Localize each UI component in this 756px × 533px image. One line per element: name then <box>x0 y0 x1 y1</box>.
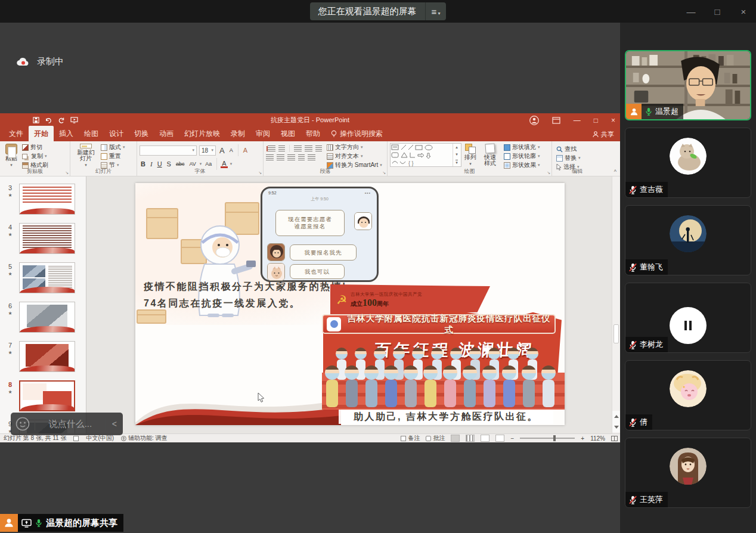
redo-icon[interactable] <box>58 117 65 123</box>
start-slideshow-icon[interactable] <box>70 117 78 123</box>
slide-thumbnail-6[interactable]: 6★ <box>5 302 86 333</box>
slide-thumbnail-8-selected[interactable]: 8★ <box>5 380 86 411</box>
slideshow-view-button[interactable] <box>495 435 504 442</box>
slide-thumbnail-5[interactable]: 5★ <box>5 262 86 293</box>
slide-thumbnail-7[interactable]: 7★ <box>5 341 86 372</box>
save-icon[interactable] <box>33 117 39 123</box>
maximize-button[interactable]: □ <box>712 7 723 17</box>
tab-file[interactable]: 文件 <box>4 126 29 141</box>
bold-button[interactable]: B <box>140 160 147 168</box>
align-left-icon[interactable] <box>266 154 274 161</box>
tab-design[interactable]: 设计 <box>104 126 129 141</box>
shapes-gallery[interactable]: { } ▴ ▾ ▾ <box>390 143 461 167</box>
zoom-in-button[interactable]: + <box>581 435 584 442</box>
increase-indent-icon[interactable] <box>305 145 312 152</box>
tab-review[interactable]: 审阅 <box>250 126 275 141</box>
slide-thumbnail-panel[interactable]: 3★ 4★ 5★ 6★ <box>0 176 86 433</box>
chat-input-placeholder[interactable]: 说点什么... <box>35 419 106 430</box>
chat-input-overlay[interactable]: 说点什么... < <box>11 413 123 435</box>
align-right-icon[interactable] <box>287 154 295 161</box>
zoom-out-button[interactable]: − <box>510 435 514 442</box>
tab-home[interactable]: 开始 <box>29 126 54 141</box>
slide-sorter-view-button[interactable] <box>466 435 475 442</box>
screen-share-badge[interactable]: 温景超的屏幕共享 <box>0 514 123 532</box>
spellcheck-icon[interactable] <box>73 436 79 441</box>
paragraph-dialog-launcher[interactable]: ↘ <box>382 171 386 175</box>
line-spacing-icon[interactable] <box>315 145 322 152</box>
find-button[interactable]: 查找 <box>556 145 581 153</box>
paste-button[interactable]: 粘贴 ▾ <box>2 143 20 168</box>
change-case-button[interactable]: Aa <box>204 161 213 167</box>
tab-help[interactable]: 帮助 <box>300 126 326 141</box>
tab-transitions[interactable]: 切换 <box>129 126 154 141</box>
shapes-gallery-scroll[interactable]: ▴ ▾ ▾ <box>453 144 460 166</box>
undo-icon[interactable] <box>45 117 52 123</box>
numbering-icon[interactable] <box>278 145 285 152</box>
vertical-scrollbar[interactable] <box>612 176 620 433</box>
tab-record[interactable]: 录制 <box>225 126 250 141</box>
justify-icon[interactable] <box>298 154 305 161</box>
scrollbar-thumb[interactable] <box>614 324 619 343</box>
comments-button[interactable]: 批注 <box>426 434 445 442</box>
tab-draw[interactable]: 绘图 <box>79 126 104 141</box>
zoom-slider[interactable] <box>520 438 575 439</box>
minimize-button[interactable]: — <box>686 7 696 17</box>
zoom-level[interactable]: 112% <box>590 435 605 442</box>
font-dialog-launcher[interactable]: ↘ <box>258 171 262 175</box>
account-icon[interactable] <box>529 116 539 125</box>
view-options-menu[interactable]: ≡ ▾ <box>426 2 447 20</box>
ppt-restore-button[interactable]: □ <box>594 116 598 125</box>
text-direction-button[interactable]: 文字方向▾ <box>327 143 382 151</box>
participant-tile-wangyingping[interactable]: 王英萍 <box>625 438 751 508</box>
new-slide-button[interactable]: 新建幻灯片 ▾ <box>73 143 99 168</box>
tab-insert[interactable]: 插入 <box>54 126 79 141</box>
font-color-button[interactable]: A <box>221 160 227 168</box>
slide-thumbnail-3[interactable]: 3★ <box>5 184 86 215</box>
bullets-icon[interactable] <box>268 145 275 152</box>
slide-thumbnail-4[interactable]: 4★ <box>5 223 86 254</box>
shrink-font-button[interactable]: A <box>228 147 234 153</box>
decrease-indent-icon[interactable] <box>294 145 302 152</box>
close-button[interactable]: × <box>738 7 749 17</box>
ppt-minimize-button[interactable]: — <box>574 116 581 125</box>
collapse-ribbon-button[interactable]: ^ <box>614 169 616 175</box>
layout-button[interactable]: 版式▾ <box>101 143 125 151</box>
ppt-close-button[interactable]: × <box>611 116 615 125</box>
shape-outline-button[interactable]: 形状轮廓▾ <box>504 152 540 160</box>
previous-slide-button[interactable] <box>614 415 619 418</box>
zoom-slider-knob[interactable] <box>553 435 556 441</box>
align-center-icon[interactable] <box>277 154 284 161</box>
participant-tile-lishulong[interactable]: 李树龙 <box>625 283 751 353</box>
fit-slide-to-window-button[interactable] <box>611 436 618 441</box>
align-text-button[interactable]: 对齐文本▾ <box>327 152 382 160</box>
participant-tile-donghanfei[interactable]: 董翰飞 <box>625 205 751 275</box>
normal-view-button[interactable] <box>451 435 460 442</box>
next-slide-button[interactable] <box>614 426 619 429</box>
arrange-button[interactable]: 排列 ▾ <box>461 143 479 168</box>
quick-styles-button[interactable]: 快速样式 <box>479 143 501 168</box>
italic-button[interactable]: I <box>149 160 154 168</box>
font-size-input[interactable]: 18▾ <box>199 145 216 156</box>
language-label[interactable]: 中文(中国) <box>86 434 114 442</box>
tab-slideshow[interactable]: 幻灯片放映 <box>179 126 225 141</box>
cut-button[interactable]: 剪切 <box>22 143 48 151</box>
tab-view[interactable]: 视图 <box>275 126 300 141</box>
emoji-icon[interactable] <box>16 417 30 431</box>
clipboard-dialog-launcher[interactable]: ↘ <box>65 171 69 175</box>
text-shadow-button[interactable]: S <box>166 160 172 168</box>
columns-icon[interactable] <box>308 154 315 161</box>
tab-animations[interactable]: 动画 <box>154 126 179 141</box>
ppt-share-button[interactable]: 共享 <box>593 130 614 139</box>
notes-button[interactable]: 备注 <box>401 434 420 442</box>
underline-button[interactable]: U <box>156 160 163 168</box>
ribbon-display-options-icon[interactable] <box>552 117 560 124</box>
reading-view-button[interactable] <box>481 435 489 442</box>
font-name-input[interactable]: ▾ <box>140 145 197 156</box>
accessibility-status[interactable]: 辅助功能: 调查 <box>121 434 168 442</box>
tell-me-search[interactable]: 操作说明搜索 <box>326 126 388 141</box>
strikethrough-button[interactable]: abc <box>175 161 186 167</box>
participant-tile-zhajiwei[interactable]: 查吉薇 <box>625 128 751 198</box>
reset-button[interactable]: 重置 <box>101 152 125 160</box>
character-spacing-button[interactable]: AV <box>188 161 197 167</box>
watching-banner[interactable]: 您正在观看温景超的屏幕 ≡ ▾ <box>310 2 447 20</box>
